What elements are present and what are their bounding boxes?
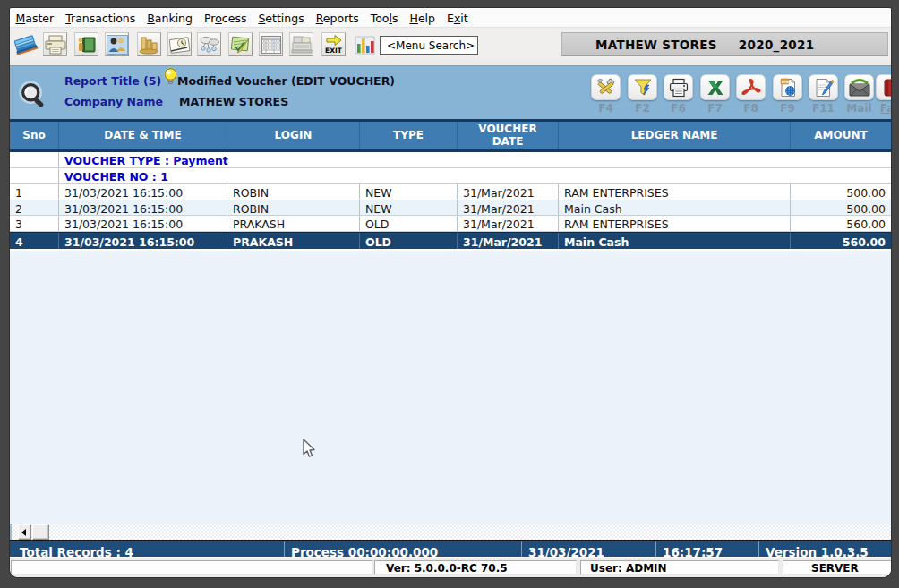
daybook-button[interactable] <box>167 32 192 56</box>
desktop-background: Master Transactions Banking Process Sett… <box>0 0 899 588</box>
group-row-voucher-no[interactable]: VOUCHER NO : 1 <box>10 168 891 184</box>
cell-type-row-4: OLD <box>360 233 458 249</box>
action-label-f7: F7 <box>700 102 730 115</box>
mail-icon <box>848 78 871 98</box>
table-row-4-selected[interactable]: 4 31/03/2021 16:15:00 PRAKASH OLD 31/Mar… <box>10 232 891 250</box>
grid-calendar-icon: xxxxx xxxxx xxxxx <box>261 35 282 55</box>
cell-login-row-2: ROBIN <box>227 200 360 216</box>
grid-calendar-button[interactable]: xxxxx xxxxx xxxxx <box>259 32 283 56</box>
settings-f4-button[interactable] <box>591 74 621 100</box>
column-header-amount[interactable]: AMOUNT <box>791 122 891 149</box>
svg-text:x: x <box>278 47 280 50</box>
footer-empty-panel <box>11 560 373 575</box>
action-label-f9: F9 <box>773 102 802 115</box>
excel-f7-button[interactable] <box>700 74 730 100</box>
action-label-f6: F6 <box>664 102 693 115</box>
company-name-label: Company Name <box>64 95 163 108</box>
group-row-voucher-type[interactable]: VOUCHER TYPE : Payment <box>10 152 891 168</box>
users-icon <box>107 35 128 55</box>
cash-icon <box>139 35 160 55</box>
company-name-value: MATHEW STORES <box>179 95 288 108</box>
pdf-icon <box>741 78 762 98</box>
menu-item-banking[interactable]: Banking <box>141 8 199 25</box>
menu-item-process[interactable]: Process <box>198 8 252 25</box>
menu-item-tools[interactable]: Tools <box>364 8 404 25</box>
html-f9-button[interactable]: HTML <box>773 74 802 100</box>
cash-register-button[interactable] <box>289 32 313 56</box>
cash-register-icon <box>291 35 313 55</box>
group-row-label: VOUCHER TYPE : Payment <box>59 152 228 167</box>
column-header-datetime[interactable]: DATE & TIME <box>59 122 227 149</box>
printer-icon <box>668 78 689 98</box>
register-button[interactable] <box>228 32 253 56</box>
column-header-ledger-name[interactable]: LEDGER NAME <box>559 122 791 149</box>
cell-sno-row-2: 2 <box>10 200 59 216</box>
network-button[interactable] <box>197 32 221 56</box>
cell-sno-row-4: 4 <box>10 233 59 249</box>
cell-sno-row-1: 1 <box>10 184 59 200</box>
scroll-left-button[interactable] <box>18 524 31 540</box>
cell-login-row-1: ROBIN <box>227 184 360 200</box>
company-band-year: 2020_2021 <box>739 38 815 52</box>
action-label-f8: F8 <box>736 102 766 115</box>
menu-item-reports[interactable]: Reports <box>310 8 364 25</box>
report-actions: HTML <box>591 74 891 124</box>
pdf-f8-button[interactable] <box>736 74 766 100</box>
bar-chart-button[interactable] <box>352 30 377 58</box>
network-icon <box>199 35 220 55</box>
svg-text:x: x <box>267 47 269 50</box>
footer-user: User: ADMIN <box>580 560 779 575</box>
edit-icon <box>813 78 835 98</box>
edit-f11-button[interactable] <box>809 74 838 100</box>
action-label-f11: F11 <box>809 102 838 115</box>
status-bar: Total Records : 4 Process 00:00:00.000 3… <box>10 540 891 557</box>
menu-item-exit[interactable]: Exit <box>441 8 474 25</box>
menu-item-transactions[interactable]: Transactions <box>60 8 141 25</box>
ledger-book-button[interactable] <box>11 30 39 58</box>
group-row-sno-cell <box>10 168 59 183</box>
menu-search-input[interactable] <box>380 36 478 55</box>
cell-voucher-date-row-3: 31/Mar/2021 <box>458 216 559 231</box>
cell-datetime-row-3: 31/03/2021 16:15:00 <box>59 216 227 231</box>
print-f6-button[interactable] <box>664 74 693 100</box>
company-band-name: MATHEW STORES <box>595 38 717 52</box>
toolbar: xxxxx xxxxx xxxxx <box>10 28 891 60</box>
column-header-type[interactable]: TYPE <box>360 122 458 149</box>
horizontal-scrollbar[interactable] <box>10 524 891 541</box>
scroll-left-arrow-icon <box>21 529 26 536</box>
cell-ledger-name-row-2: Main Cash <box>559 200 791 216</box>
print-button[interactable] <box>43 32 67 56</box>
scrollbar-thumb[interactable] <box>32 524 49 540</box>
group-row-label: VOUCHER NO : 1 <box>59 168 168 183</box>
exit-button[interactable]: EXIT <box>321 32 346 56</box>
cash-button[interactable] <box>137 32 161 56</box>
cell-login-row-3: PRAKASH <box>227 216 360 231</box>
action-label-f4: F4 <box>591 102 621 115</box>
users-button[interactable] <box>105 32 129 56</box>
favourite-button[interactable] <box>876 74 891 100</box>
cell-type-row-1: NEW <box>360 184 458 200</box>
menu-bar: Master Transactions Banking Process Sett… <box>10 8 891 28</box>
mail-button[interactable] <box>844 74 874 100</box>
cell-amount-row-2: 500.00 <box>791 200 891 216</box>
cell-datetime-row-1: 31/03/2021 16:15:00 <box>59 184 227 200</box>
column-header-voucher-date[interactable]: VOUCHERDATE <box>458 122 559 149</box>
print-icon <box>45 35 66 55</box>
menu-item-master[interactable]: Master <box>10 8 60 25</box>
svg-text:x: x <box>275 47 277 50</box>
html-icon: HTML <box>777 78 799 98</box>
filter-icon <box>632 78 654 98</box>
menu-item-settings[interactable]: Settings <box>253 8 310 25</box>
company-button[interactable] <box>74 32 98 56</box>
table-row-1[interactable]: 1 31/03/2021 16:15:00 ROBIN NEW 31/Mar/2… <box>10 184 891 200</box>
cell-voucher-date-row-4: 31/Mar/2021 <box>458 233 559 249</box>
table-row-3[interactable]: 3 31/03/2021 16:15:00 PRAKASH OLD 31/Mar… <box>10 216 891 232</box>
column-header-sno[interactable]: Sno <box>10 122 59 149</box>
table-row-2[interactable]: 2 31/03/2021 16:15:00 ROBIN NEW 31/Mar/2… <box>10 200 891 217</box>
search-icon[interactable] <box>17 80 53 114</box>
column-header-login[interactable]: LOGIN <box>227 122 360 149</box>
app-window: Master Transactions Banking Process Sett… <box>10 8 891 577</box>
menu-item-help[interactable]: Help <box>404 8 441 25</box>
filter-f2-button[interactable] <box>628 74 657 100</box>
voucher-table: Sno DATE & TIME LOGIN TYPE VOUCHERDATE L… <box>10 119 891 250</box>
